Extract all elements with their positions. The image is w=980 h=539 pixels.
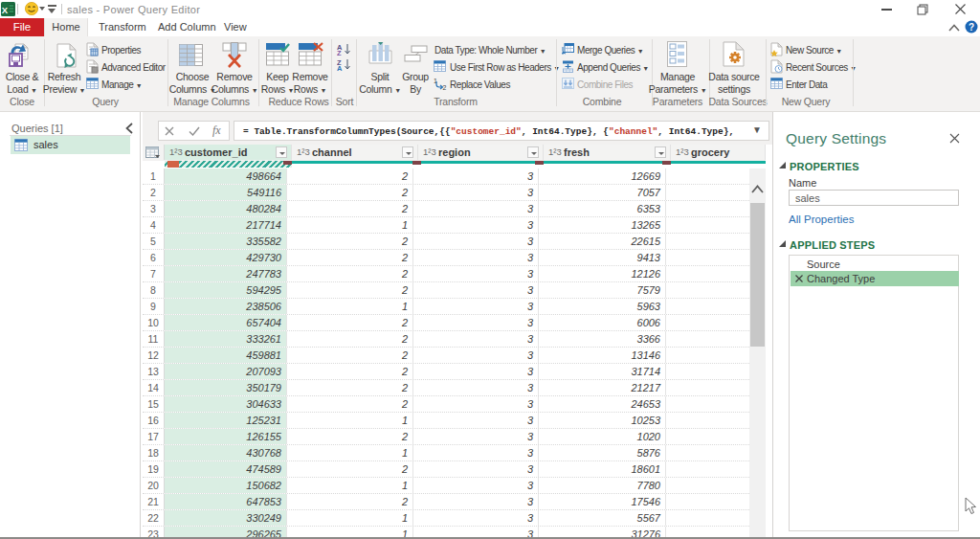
svg-text:2: 2	[443, 84, 447, 90]
svg-text:?: ?	[969, 22, 974, 33]
svg-text:A: A	[337, 64, 343, 71]
svg-text:X: X	[2, 5, 9, 15]
svg-text:Z: Z	[337, 49, 342, 56]
